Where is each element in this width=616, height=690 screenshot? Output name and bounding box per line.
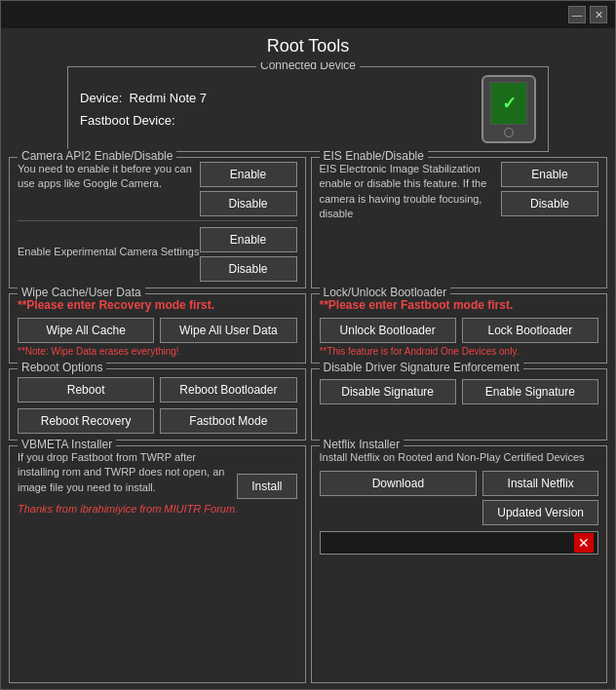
eis-text: EIS Electronic Image Stabilization enabl…	[320, 162, 502, 222]
vbmeta-section: VBMETA Installer If you drop Fastboot fr…	[9, 445, 306, 683]
eis-enable-button[interactable]: Enable	[501, 162, 598, 187]
reboot-grid: Reboot Reboot Bootloader Reboot Recovery…	[18, 377, 297, 434]
camera-text: You need to enable it before you can use…	[18, 162, 200, 192]
enable-signature-button[interactable]: Enable Signature	[462, 379, 598, 404]
camera-enable-button[interactable]: Enable	[200, 162, 297, 187]
row-wipe-bootloader: Wipe Cache/User Data **Please enter Reco…	[9, 293, 607, 364]
phone-home-button	[504, 128, 514, 137]
camera-exp-enable-button[interactable]: Enable	[200, 227, 297, 252]
phone-icon: ✓	[481, 75, 536, 143]
bootloader-note: **This feature is for Android One Device…	[320, 346, 599, 357]
wipe-section: Wipe Cache/User Data **Please enter Reco…	[9, 293, 306, 364]
reboot-section: Reboot Options Reboot Reboot Bootloader …	[9, 368, 306, 441]
device-label: Device:	[80, 91, 122, 105]
netflix-install-button[interactable]: Install Netflix	[482, 471, 598, 496]
wipe-user-button[interactable]: Wipe All User Data	[160, 318, 296, 343]
wipe-legend: Wipe Cache/User Data	[18, 286, 145, 299]
wipe-cache-button[interactable]: Wipe All Cache	[18, 318, 154, 343]
netflix-input-bar: ✕	[320, 531, 599, 555]
lock-bootloader-button[interactable]: Lock Bootloader	[462, 318, 598, 343]
device-info: Device: Redmi Note 7 Fastboot Device:	[80, 87, 207, 133]
page-title: Root Tools	[1, 28, 615, 62]
netflix-legend: Netflix Installer	[320, 438, 404, 451]
eis-legend: EIS Enable/Disable	[320, 149, 428, 163]
minimize-button[interactable]: —	[568, 6, 586, 23]
wipe-btn-group: Wipe All Cache Wipe All User Data	[18, 318, 297, 343]
row-camera-eis: Camera API2 Enable/Disable You need to e…	[9, 157, 607, 288]
connected-device-legend: Connected Device	[256, 62, 360, 72]
main-window: — ✕ Root Tools Connected Device Device: …	[0, 0, 616, 690]
phone-check-icon: ✓	[502, 93, 517, 114]
content-area: Connected Device Device: Redmi Note 7 Fa…	[1, 62, 615, 689]
dse-legend: Disable Driver Signature Enforcement	[320, 361, 523, 374]
device-value: Redmi Note 7	[130, 91, 207, 105]
connected-device-section: Connected Device Device: Redmi Note 7 Fa…	[67, 66, 549, 152]
fastboot-row: Fastboot Device:	[80, 109, 207, 132]
vbmeta-credit: Thanks from ibrahimiyice from MIUITR For…	[18, 503, 297, 515]
reboot-button[interactable]: Reboot	[18, 377, 154, 402]
vbmeta-text: If you drop Fastboot from TWRP after ins…	[18, 450, 229, 495]
camera-exp-label: Enable Experimental Camera Settings	[18, 245, 199, 259]
eis-section: EIS Enable/Disable EIS Electronic Image …	[311, 157, 608, 288]
dse-section: Disable Driver Signature Enforcement Dis…	[311, 368, 608, 441]
camera-section: Camera API2 Enable/Disable You need to e…	[9, 157, 306, 288]
netflix-updated-button[interactable]: Updated Version	[482, 500, 598, 525]
wipe-note: **Note: Wipe Data erases everything!	[18, 346, 297, 357]
camera-exp-btn-group: Enable Disable	[200, 227, 297, 282]
fastboot-mode-button[interactable]: Fastboot Mode	[160, 408, 296, 434]
fastboot-label: Fastboot Device:	[80, 113, 175, 128]
reboot-bootloader-button[interactable]: Reboot Bootloader	[160, 377, 296, 402]
bootloader-legend: Lock/Unlock Bootloader	[320, 286, 451, 299]
camera-legend: Camera API2 Enable/Disable	[18, 149, 176, 163]
dse-btn-group: Disable Signature Enable Signature	[320, 379, 599, 404]
vbmeta-legend: VBMETA Installer	[18, 438, 116, 451]
disable-signature-button[interactable]: Disable Signature	[320, 379, 456, 404]
netflix-download-button[interactable]: Download	[320, 471, 478, 496]
camera-btn-group: Enable Disable	[200, 162, 297, 216]
bootloader-section: Lock/Unlock Bootloader **Please enter Fa…	[311, 293, 608, 364]
reboot-legend: Reboot Options	[18, 361, 106, 374]
title-bar: — ✕	[1, 1, 615, 28]
netflix-section: Netflix Installer Install Netflix on Roo…	[311, 445, 608, 683]
netflix-input-clear-button[interactable]: ✕	[574, 533, 594, 553]
device-row: Device: Redmi Note 7	[80, 87, 207, 109]
wipe-warning: **Please enter Recovery mode first.	[18, 298, 297, 312]
eis-btn-group: Enable Disable	[501, 162, 598, 216]
bootloader-warning: **Please enter Fastboot mode first.	[320, 298, 599, 312]
row-vbmeta-netflix: VBMETA Installer If you drop Fastboot fr…	[9, 445, 607, 683]
phone-screen: ✓	[490, 82, 527, 125]
reboot-recovery-button[interactable]: Reboot Recovery	[18, 408, 154, 434]
close-button[interactable]: ✕	[590, 6, 607, 23]
unlock-bootloader-button[interactable]: Unlock Bootloader	[320, 318, 456, 343]
camera-exp-row: Enable Experimental Camera Settings Enab…	[18, 220, 297, 282]
title-bar-buttons: — ✕	[568, 6, 607, 23]
vbmeta-install-button[interactable]: Install	[237, 474, 296, 499]
netflix-text: Install Netflix on Rooted and Non-Play C…	[320, 450, 599, 465]
row-reboot-dse: Reboot Options Reboot Reboot Bootloader …	[9, 368, 607, 441]
camera-exp-disable-button[interactable]: Disable	[200, 256, 297, 282]
camera-main-row: You need to enable it before you can use…	[18, 162, 297, 216]
bootloader-btn-group: Unlock Bootloader Lock Bootloader	[320, 318, 599, 343]
camera-disable-button[interactable]: Disable	[200, 191, 297, 216]
eis-main-row: EIS Electronic Image Stabilization enabl…	[320, 162, 599, 226]
eis-disable-button[interactable]: Disable	[501, 191, 598, 216]
